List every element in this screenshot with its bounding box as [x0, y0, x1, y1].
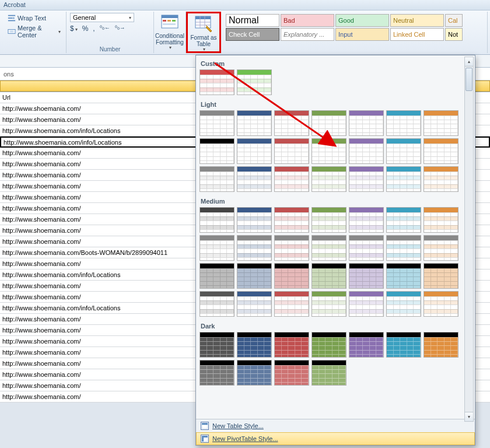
table-style-swatch[interactable] — [200, 207, 235, 233]
table-icon — [201, 422, 209, 430]
style-note[interactable]: Not — [445, 28, 463, 41]
table-style-swatch[interactable] — [237, 110, 272, 136]
table-style-swatch[interactable] — [274, 235, 309, 261]
number-format-dropdown[interactable]: General ▾ — [70, 13, 134, 22]
comma-button[interactable]: , — [93, 24, 94, 33]
table-style-swatch[interactable] — [237, 138, 272, 164]
table-style-swatch[interactable] — [200, 235, 235, 261]
table-style-swatch[interactable] — [274, 332, 309, 358]
table-style-swatch[interactable] — [237, 263, 272, 289]
table-style-swatch[interactable] — [386, 291, 421, 317]
table-style-swatch[interactable] — [274, 166, 309, 192]
svg-rect-0 — [8, 15, 15, 16]
table-style-swatch[interactable] — [237, 166, 272, 192]
table-style-swatch[interactable] — [349, 207, 384, 233]
table-style-swatch[interactable] — [237, 291, 272, 317]
table-style-swatch[interactable] — [274, 360, 309, 386]
style-explanatory[interactable]: Explanatory ... — [281, 28, 334, 41]
style-good[interactable]: Good — [335, 14, 389, 27]
table-style-swatch[interactable] — [200, 138, 235, 164]
dropdown-arrow-icon: ▾ — [129, 15, 131, 20]
currency-button[interactable]: $▾ — [70, 24, 78, 33]
table-style-swatch[interactable] — [349, 166, 384, 192]
table-style-swatch[interactable] — [200, 110, 235, 136]
decrease-decimal-button[interactable]: ⁰₀→ — [115, 24, 125, 33]
table-style-swatch[interactable] — [349, 138, 384, 164]
table-style-swatch[interactable] — [274, 138, 309, 164]
style-normal[interactable]: Normal — [226, 14, 279, 27]
scroll-thumb[interactable] — [466, 68, 473, 91]
svg-rect-1 — [8, 18, 13, 19]
table-style-swatch[interactable] — [237, 235, 272, 261]
table-style-swatch[interactable] — [386, 138, 421, 164]
table-style-swatch[interactable] — [312, 291, 346, 317]
table-style-swatch[interactable] — [424, 207, 459, 233]
table-style-swatch[interactable] — [424, 235, 459, 261]
table-styles-scroll[interactable]: CustomLightMediumDark — [196, 55, 475, 419]
dropdown-arrow-icon: ▾ — [58, 29, 61, 34]
table-style-swatch[interactable] — [200, 360, 235, 386]
table-style-swatch[interactable] — [274, 291, 309, 317]
table-style-swatch[interactable] — [237, 360, 272, 386]
section-label: Medium — [200, 195, 471, 206]
style-neutral[interactable]: Neutral — [390, 14, 444, 27]
wrap-text-button[interactable]: Wrap Text — [6, 13, 62, 23]
table-style-swatch[interactable] — [386, 332, 421, 358]
table-style-swatch[interactable] — [237, 332, 272, 358]
table-style-swatch[interactable] — [386, 110, 421, 136]
increase-decimal-button[interactable]: ⁰₀← — [100, 24, 110, 33]
merge-center-button[interactable]: Merge & Center ▾ — [6, 23, 62, 40]
table-style-swatch[interactable] — [424, 291, 459, 317]
table-style-swatch[interactable] — [349, 235, 384, 261]
swatch-grid — [200, 331, 471, 389]
merge-center-label: Merge & Center — [18, 24, 55, 38]
style-bad[interactable]: Bad — [281, 14, 334, 27]
table-style-swatch[interactable] — [274, 263, 309, 289]
style-linked-cell[interactable]: Linked Cell — [390, 28, 444, 41]
table-style-swatch[interactable] — [424, 138, 459, 164]
scroll-up-button[interactable]: ▴ — [465, 57, 473, 66]
style-input[interactable]: Input — [335, 28, 389, 41]
table-style-swatch[interactable] — [200, 263, 235, 289]
table-style-swatch[interactable] — [312, 332, 346, 358]
table-style-swatch[interactable] — [424, 332, 459, 358]
cell-styles-gallery[interactable]: Normal Bad Good Neutral Cal Check Cell E… — [225, 13, 484, 42]
table-style-swatch[interactable] — [349, 110, 384, 136]
table-style-swatch[interactable] — [349, 332, 384, 358]
table-style-swatch[interactable] — [274, 110, 309, 136]
dropdown-scrollbar[interactable]: ▴ ▾ — [464, 57, 474, 422]
conditional-formatting-button[interactable]: Conditional Formatting▾ — [154, 12, 186, 59]
table-style-swatch[interactable] — [200, 291, 235, 317]
table-style-swatch[interactable] — [312, 263, 346, 289]
table-style-swatch[interactable] — [386, 235, 421, 261]
format-as-table-button[interactable]: Format as Table▾ — [188, 13, 219, 61]
table-style-swatch[interactable] — [424, 110, 459, 136]
table-style-swatch[interactable] — [200, 69, 235, 95]
table-style-swatch[interactable] — [237, 69, 272, 95]
table-style-swatch[interactable] — [274, 207, 309, 233]
scroll-down-button[interactable]: ▾ — [465, 412, 473, 421]
table-style-swatch[interactable] — [312, 166, 346, 192]
style-calculation[interactable]: Cal — [445, 14, 463, 27]
table-style-swatch[interactable] — [237, 207, 272, 233]
svg-rect-10 — [163, 23, 176, 25]
table-style-swatch[interactable] — [424, 263, 459, 289]
table-style-swatch[interactable] — [200, 332, 235, 358]
table-style-swatch[interactable] — [386, 166, 421, 192]
table-style-swatch[interactable] — [312, 138, 346, 164]
percent-button[interactable]: % — [82, 24, 89, 33]
new-pivottable-style-item[interactable]: New PivotTable Style... — [196, 432, 475, 445]
table-style-swatch[interactable] — [386, 207, 421, 233]
table-style-swatch[interactable] — [349, 263, 384, 289]
table-style-swatch[interactable] — [312, 235, 346, 261]
table-style-swatch[interactable] — [312, 110, 346, 136]
table-style-swatch[interactable] — [386, 263, 421, 289]
table-style-swatch[interactable] — [349, 291, 384, 317]
table-style-swatch[interactable] — [424, 166, 459, 192]
table-style-swatch[interactable] — [312, 360, 346, 386]
table-style-swatch[interactable] — [200, 166, 235, 192]
table-style-swatch[interactable] — [312, 207, 346, 233]
style-check-cell[interactable]: Check Cell — [226, 28, 279, 41]
wrap-text-icon — [8, 14, 16, 22]
new-table-style-item[interactable]: New Table Style... — [196, 419, 475, 432]
